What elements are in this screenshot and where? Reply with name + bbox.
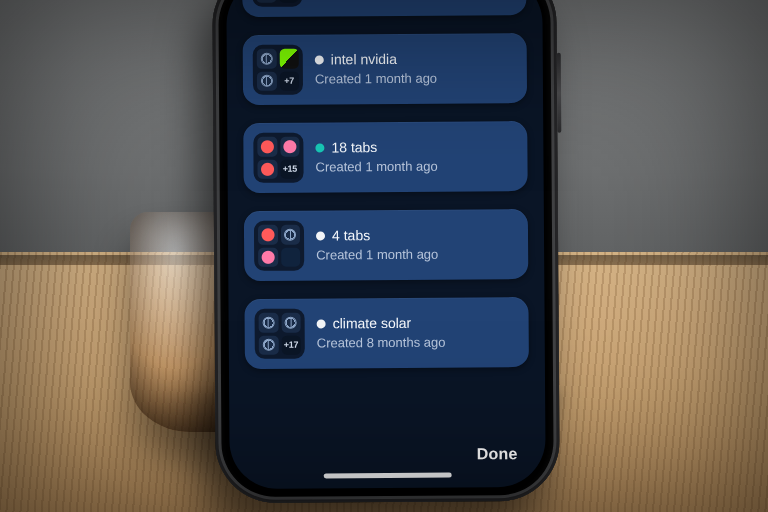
tab-group-subtitle: Created 8 months ago [317,335,446,351]
tab-group-title-row: climate solar [317,315,446,333]
tab-group-title: intel nvidia [331,51,397,68]
globe-icon [281,313,301,333]
globe-icon [257,49,277,69]
color-dot-icon [315,144,324,153]
tab-group-meta: intel nvidiaCreated 1 month ago [315,51,437,87]
tab-group-thumbnail: +17 [252,0,302,7]
tab-group-card[interactable]: 4 tabsCreated 1 month ago [244,209,528,281]
home-indicator[interactable] [324,473,452,479]
tab-group-card[interactable]: +7intel nvidiaCreated 1 month ago [243,33,527,105]
favicon-icon [279,49,299,69]
tab-group-thumbnail [254,221,304,271]
tab-group-subtitle: Created 1 month ago [315,159,437,175]
overflow-count-icon: +17 [279,0,299,3]
tab-group-card[interactable]: +1518 tabsCreated 1 month ago [243,121,527,193]
color-dot-icon [315,56,324,65]
favicon-icon [258,247,278,267]
favicon-icon [281,247,301,267]
tab-group-title: 18 tabs [331,139,377,156]
photo-scene: +17Created 29 days ago+7intel nvidiaCrea… [0,0,768,512]
tab-group-title: climate solar [333,315,412,332]
tab-group-thumbnail: +15 [253,133,303,183]
favicon-icon [256,0,276,3]
tab-group-thumbnail: +7 [253,45,303,95]
tab-group-card[interactable]: +17climate solarCreated 8 months ago [244,297,528,369]
tab-group-title-row: 18 tabs [315,139,437,157]
favicon-icon [257,137,277,157]
favicon-icon [257,159,277,179]
tab-group-subtitle: Created 1 month ago [315,71,437,87]
done-button[interactable]: Done [477,445,518,463]
tab-groups-list: +17Created 29 days ago+7intel nvidiaCrea… [242,0,529,369]
tab-group-card[interactable]: +17Created 29 days ago [242,0,526,17]
favicon-icon [280,137,300,157]
globe-icon [259,313,279,333]
favicon-icon [258,225,278,245]
iphone-device: +17Created 29 days ago+7intel nvidiaCrea… [212,0,560,503]
tab-group-meta: 18 tabsCreated 1 month ago [315,139,437,175]
globe-icon [257,71,277,91]
color-dot-icon [317,320,326,329]
overflow-count-icon: +7 [279,71,299,91]
tab-group-meta: 4 tabsCreated 1 month ago [316,227,438,263]
side-button [557,53,562,133]
tab-group-subtitle: Created 1 month ago [316,247,438,263]
globe-icon [259,335,279,355]
tab-group-title-row: 4 tabs [316,227,438,245]
overflow-count-icon: +15 [280,159,300,179]
tab-group-title-row: intel nvidia [315,51,437,69]
color-dot-icon [316,232,325,241]
tab-group-meta: climate solarCreated 8 months ago [317,315,446,351]
globe-icon [280,225,300,245]
tab-group-title: 4 tabs [332,227,370,244]
overflow-count-icon: +17 [281,335,301,355]
phone-screen: +17Created 29 days ago+7intel nvidiaCrea… [226,0,546,489]
tab-group-thumbnail: +17 [255,309,305,359]
